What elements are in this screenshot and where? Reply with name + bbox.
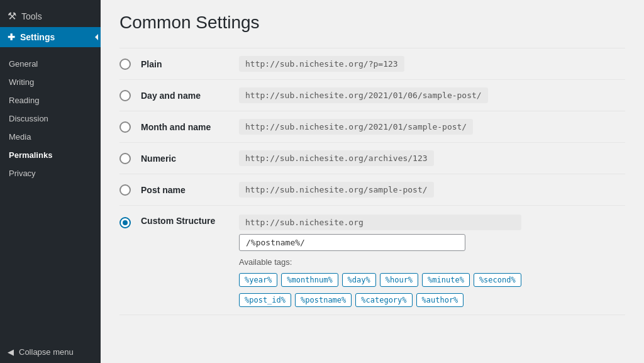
custom-base-url: http://sub.nichesite.org	[239, 215, 521, 230]
main-content: Common Settings Plainhttp://sub.nichesit…	[101, 0, 644, 363]
tag-button[interactable]: %second%	[474, 273, 521, 287]
sidebar-item-settings[interactable]: ✚ Settings	[0, 27, 101, 47]
permalink-option-label: Month and name	[141, 122, 229, 132]
sidebar: ⚒ Tools ✚ Settings GeneralWritingReading…	[0, 0, 101, 363]
radio-plain[interactable]	[119, 59, 131, 70]
sidebar-tools-label: Tools	[21, 11, 42, 21]
radio-post-name[interactable]	[119, 184, 131, 196]
tools-icon: ⚒	[8, 10, 16, 22]
radio-custom-structure[interactable]	[119, 217, 131, 228]
custom-structure-input[interactable]	[239, 234, 465, 251]
permalink-url-display: http://sub.nichesite.org/2021/01/sample-…	[239, 119, 473, 135]
sidebar-item-general[interactable]: General	[0, 55, 101, 73]
permalink-option-label: Day and name	[141, 91, 229, 101]
custom-structure-label: Custom Structure	[141, 216, 229, 226]
permalink-url-display: http://sub.nichesite.org/archives/123	[239, 150, 434, 166]
tag-button[interactable]: %monthnum%	[281, 273, 338, 287]
sidebar-item-permalinks[interactable]: Permalinks	[0, 146, 101, 164]
radio-day-and-name[interactable]	[119, 90, 131, 101]
permalink-url-display: http://sub.nichesite.org/sample-post/	[239, 182, 434, 198]
table-row: Day and namehttp://sub.nichesite.org/202…	[119, 80, 625, 111]
sidebar-item-writing[interactable]: Writing	[0, 73, 101, 91]
table-row: Post namehttp://sub.nichesite.org/sample…	[119, 174, 625, 206]
tag-button[interactable]: %day%	[342, 273, 376, 287]
available-tags-label: Available tags:	[239, 257, 521, 267]
radio-numeric[interactable]	[119, 153, 131, 164]
active-arrow	[95, 31, 101, 43]
table-row: Numerichttp://sub.nichesite.org/archives…	[119, 143, 625, 174]
tag-button[interactable]: %hour%	[380, 273, 418, 287]
tags-row-2: %post_id%%postname%%category%%author%	[239, 293, 521, 307]
custom-structure-column: http://sub.nichesite.orgAvailable tags:%…	[239, 215, 521, 307]
radio-month-and-name[interactable]	[119, 121, 131, 133]
permalink-url-display: http://sub.nichesite.org/2021/01/06/samp…	[239, 87, 488, 103]
sidebar-item-media[interactable]: Media	[0, 128, 101, 146]
collapse-icon: ◀	[8, 347, 14, 357]
tag-button[interactable]: %post_id%	[239, 293, 291, 307]
tag-button[interactable]: %category%	[355, 293, 412, 307]
tag-button[interactable]: %author%	[416, 293, 464, 307]
table-row: Month and namehttp://sub.nichesite.org/2…	[119, 111, 625, 143]
permalink-option-label: Numeric	[141, 154, 229, 164]
sidebar-menu: GeneralWritingReadingDiscussionMediaPerm…	[0, 52, 101, 185]
tag-button[interactable]: %postname%	[295, 293, 352, 307]
settings-icon: ✚	[8, 32, 15, 42]
permalink-option-label: Post name	[141, 185, 229, 195]
page-title: Common Settings	[119, 13, 625, 33]
sidebar-item-discussion[interactable]: Discussion	[0, 109, 101, 128]
sidebar-settings-label: Settings	[20, 32, 55, 42]
sidebar-item-tools[interactable]: ⚒ Tools	[0, 5, 101, 27]
collapse-menu-button[interactable]: ◀ Collapse menu	[0, 341, 101, 363]
tag-button[interactable]: %year%	[239, 273, 277, 287]
tags-row-1: %year%%monthnum%%day%%hour%%minute%%seco…	[239, 273, 521, 287]
permalink-option-label: Plain	[141, 59, 229, 69]
sidebar-item-reading[interactable]: Reading	[0, 91, 101, 109]
permalink-settings-section: Plainhttp://sub.nichesite.org/?p=123Day …	[119, 48, 625, 315]
custom-structure-row: Custom Structurehttp://sub.nichesite.org…	[119, 206, 625, 315]
tag-button[interactable]: %minute%	[422, 273, 470, 287]
sidebar-item-privacy[interactable]: Privacy	[0, 164, 101, 182]
permalink-url-display: http://sub.nichesite.org/?p=123	[239, 56, 404, 72]
collapse-label: Collapse menu	[19, 347, 74, 357]
table-row: Plainhttp://sub.nichesite.org/?p=123	[119, 48, 625, 80]
